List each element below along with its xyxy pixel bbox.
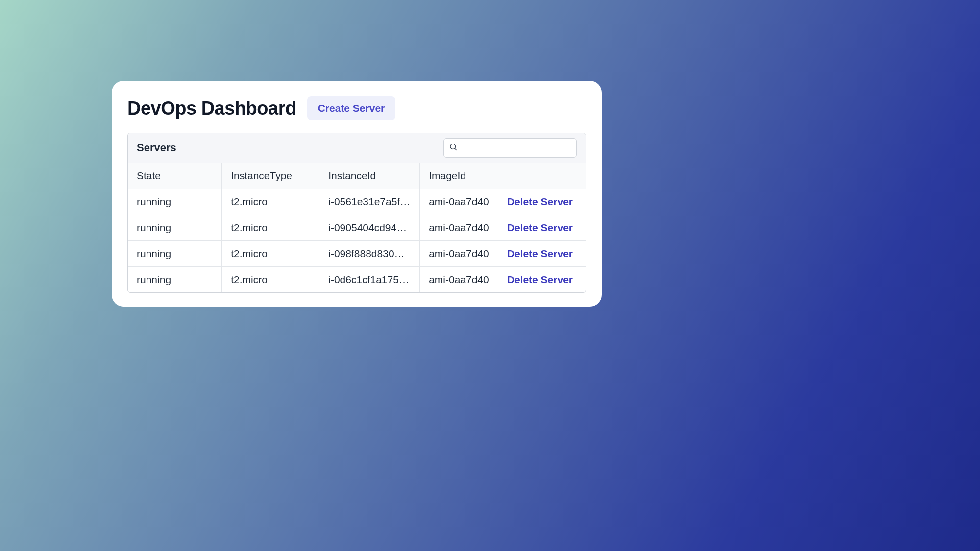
search-input[interactable]	[462, 139, 571, 157]
cell-image-id: ami-0aa7d40	[420, 215, 498, 241]
search-wrap	[443, 138, 577, 158]
table-title: Servers	[137, 142, 176, 154]
delete-server-button[interactable]: Delete Server	[507, 274, 573, 285]
svg-point-0	[450, 144, 456, 149]
col-header-actions	[498, 163, 586, 189]
cell-instance-id: i-098f888d830…	[319, 241, 420, 267]
page-title: DevOps Dashboard	[127, 98, 296, 119]
cell-instance-id: i-0d6c1cf1a175…	[319, 267, 420, 293]
col-header-image-id: ImageId	[420, 163, 498, 189]
servers-table: State InstanceType InstanceId ImageId ru…	[128, 163, 586, 292]
search-icon	[449, 143, 458, 153]
cell-instance-type: t2.micro	[222, 267, 319, 293]
table-row: running t2.micro i-0d6c1cf1a175… ami-0aa…	[128, 267, 586, 293]
cell-instance-type: t2.micro	[222, 189, 319, 215]
table-row: running t2.micro i-0905404cd94… ami-0aa7…	[128, 215, 586, 241]
cell-instance-type: t2.micro	[222, 215, 319, 241]
table-row: running t2.micro i-0561e31e7a5f… ami-0aa…	[128, 189, 586, 215]
cell-image-id: ami-0aa7d40	[420, 241, 498, 267]
table-header: Servers	[128, 133, 586, 163]
delete-server-button[interactable]: Delete Server	[507, 222, 573, 233]
cell-image-id: ami-0aa7d40	[420, 189, 498, 215]
cell-instance-id: i-0561e31e7a5f…	[319, 189, 420, 215]
delete-server-button[interactable]: Delete Server	[507, 196, 573, 207]
cell-state: running	[128, 215, 222, 241]
servers-table-wrap: Servers State InstanceType InstanceId Im…	[127, 133, 586, 293]
table-scroll-area[interactable]: State InstanceType InstanceId ImageId ru…	[128, 163, 586, 292]
table-row: running t2.micro i-098f888d830… ami-0aa7…	[128, 241, 586, 267]
dashboard-card: DevOps Dashboard Create Server Servers S…	[112, 81, 602, 307]
header-row: DevOps Dashboard Create Server	[127, 96, 586, 120]
cell-state: running	[128, 241, 222, 267]
delete-server-button[interactable]: Delete Server	[507, 248, 573, 259]
cell-state: running	[128, 267, 222, 293]
col-header-instance-id: InstanceId	[319, 163, 420, 189]
cell-instance-type: t2.micro	[222, 241, 319, 267]
cell-image-id: ami-0aa7d40	[420, 267, 498, 293]
cell-instance-id: i-0905404cd94…	[319, 215, 420, 241]
cell-state: running	[128, 189, 222, 215]
table-header-row: State InstanceType InstanceId ImageId	[128, 163, 586, 189]
svg-line-1	[455, 148, 456, 150]
col-header-instance-type: InstanceType	[222, 163, 319, 189]
col-header-state: State	[128, 163, 222, 189]
create-server-button[interactable]: Create Server	[307, 96, 396, 120]
